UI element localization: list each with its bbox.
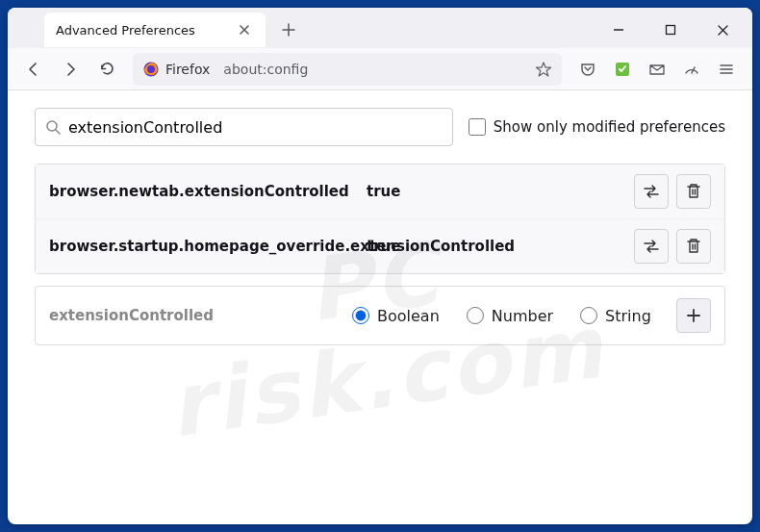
type-radio-input[interactable] (467, 307, 484, 324)
preference-row: browser.startup.homepage_override.extens… (36, 219, 724, 273)
preference-name: browser.newtab.extensionControlled (49, 182, 367, 201)
toolbar-icons (571, 53, 743, 86)
toggle-button[interactable] (634, 229, 669, 264)
type-radio-label: Number (492, 307, 553, 325)
reload-button[interactable] (90, 53, 123, 86)
tab-strip: Advanced Preferences (8, 8, 752, 48)
search-input[interactable] (68, 118, 443, 137)
preference-value: true (367, 183, 634, 200)
delete-button[interactable] (676, 229, 711, 264)
svg-rect-0 (667, 26, 675, 35)
active-tab[interactable]: Advanced Preferences (44, 13, 266, 47)
extension-icon[interactable] (606, 53, 639, 86)
new-preference-row: extensionControlled Boolean Number Strin… (35, 286, 725, 345)
search-icon (45, 119, 61, 135)
toolbar: Firefox about:config (8, 48, 752, 90)
browser-window: Advanced Preferences (8, 8, 752, 524)
preference-row: browser.newtab.extensionControlled true (36, 165, 724, 219)
type-radio-number[interactable]: Number (467, 307, 553, 325)
add-preference-button[interactable] (676, 298, 711, 333)
search-row: Show only modified preferences (35, 108, 725, 146)
show-modified-checkbox[interactable]: Show only modified preferences (469, 118, 725, 136)
type-radio-string[interactable]: String (580, 307, 651, 325)
close-tab-icon[interactable] (235, 20, 254, 39)
type-radio-label: Boolean (377, 307, 440, 325)
svg-point-2 (147, 65, 155, 73)
preference-name: browser.startup.homepage_override.extens… (49, 237, 367, 256)
hamburger-menu-icon[interactable] (710, 53, 743, 86)
url-bar-prefix: Firefox (165, 62, 210, 77)
pocket-icon[interactable] (571, 53, 604, 86)
preference-actions (634, 174, 711, 209)
new-tab-button[interactable] (273, 14, 304, 45)
maximize-button[interactable] (648, 14, 693, 45)
bookmark-star-icon[interactable] (535, 61, 552, 78)
type-radio-group: Boolean Number String (352, 307, 651, 325)
show-modified-label: Show only modified preferences (494, 118, 725, 136)
preference-value: true (367, 238, 634, 255)
url-text: about:config (223, 62, 308, 77)
preference-table: browser.newtab.extensionControlled true … (35, 164, 725, 274)
type-radio-boolean[interactable]: Boolean (352, 307, 440, 325)
type-radio-input[interactable] (580, 307, 597, 324)
firefox-logo-icon: Firefox (142, 61, 210, 78)
tab-title: Advanced Preferences (56, 23, 195, 38)
window-controls (596, 14, 745, 45)
new-preference-name: extensionControlled (49, 306, 352, 325)
show-modified-checkbox-input[interactable] (469, 118, 486, 136)
speed-icon[interactable] (675, 53, 708, 86)
minimize-button[interactable] (596, 14, 641, 45)
delete-button[interactable] (676, 174, 711, 209)
back-button[interactable] (17, 53, 50, 86)
toggle-button[interactable] (634, 174, 669, 209)
preference-actions (634, 229, 711, 264)
close-window-button[interactable] (700, 14, 745, 45)
content-area: PC risk.com Show only modified preferenc… (8, 90, 752, 524)
type-radio-label: String (605, 307, 651, 325)
url-bar[interactable]: Firefox about:config (133, 53, 562, 86)
mail-icon[interactable] (641, 53, 673, 86)
search-box[interactable] (35, 108, 453, 146)
type-radio-input[interactable] (352, 307, 369, 324)
forward-button[interactable] (54, 53, 87, 86)
